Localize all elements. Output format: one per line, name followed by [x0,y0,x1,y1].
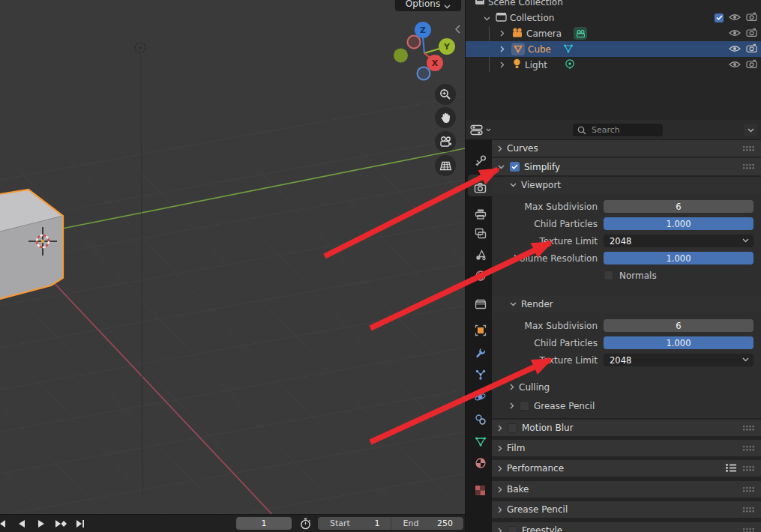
jump-to-start-button[interactable] [0,517,9,531]
presets-icon[interactable] [725,463,737,475]
editor-type-button[interactable] [470,124,491,136]
tab-constraints[interactable] [468,411,493,429]
volume-resolution-slider[interactable]: 1.000 [604,252,754,265]
gizmo-neg-z[interactable] [418,67,430,80]
jump-to-end-button[interactable] [73,517,87,531]
tab-output[interactable] [468,205,493,223]
freestyle-checkbox[interactable] [508,526,517,532]
expand-chevron-icon[interactable] [500,44,505,55]
disable-render-camera-icon[interactable] [746,59,757,70]
hide-eye-icon[interactable] [729,13,741,23]
collection-checkbox[interactable] [715,13,724,22]
tab-physics[interactable] [468,388,493,406]
next-keyframe-button[interactable] [54,517,67,531]
drag-handle-dots[interactable] [742,507,755,513]
panel-grease-pencil[interactable]: Grease Pencil [492,501,761,518]
play-button[interactable] [34,517,48,531]
simplify-checkbox[interactable] [510,162,520,172]
ortho-toggle-button[interactable] [435,155,456,176]
panel-film[interactable]: Film [492,440,761,456]
search-input[interactable] [590,124,653,136]
hide-eye-icon[interactable] [729,44,741,55]
gizmo-x[interactable]: X [427,55,443,71]
chevron-right-icon [498,486,502,493]
texture-limit-dropdown[interactable]: 2048 [604,235,754,247]
grease-pencil-checkbox[interactable] [520,401,529,411]
search-box[interactable] [573,124,663,136]
subpanel-render[interactable]: Render [492,296,761,312]
camera-view-button[interactable] [435,131,456,152]
tab-texture[interactable] [468,481,493,499]
max-subdivision-field[interactable]: 6 [604,319,754,332]
drag-handle-dots[interactable] [742,528,755,532]
outliner-row-light[interactable]: Light [466,57,761,73]
current-frame-field[interactable]: 1 [236,517,292,530]
end-frame-field[interactable]: End 250 [391,517,464,530]
outliner-row-camera[interactable]: Camera [466,25,761,41]
light-data-icon[interactable] [565,58,575,71]
light-object[interactable] [135,43,145,53]
panel-freestyle[interactable]: Freestyle [492,522,761,532]
drag-handle-dots[interactable] [742,145,755,151]
panel-curves[interactable]: Curves [492,140,761,157]
header-menu-button[interactable] [744,124,757,136]
disable-render-camera-icon[interactable] [746,28,757,39]
subpanel-grease-pencil[interactable]: Grease Pencil [492,398,761,418]
outliner-row-collection[interactable]: Collection [466,10,761,25]
pan-button[interactable] [435,107,456,128]
tab-tool[interactable] [468,151,493,169]
subpanel-viewport[interactable]: Viewport [492,177,761,193]
gizmo-y[interactable]: Y [439,38,455,55]
mesh-data-icon[interactable] [563,43,574,55]
timeline-bar[interactable]: 1 Start 1 End 250 [0,514,465,532]
hide-eye-icon[interactable] [729,28,741,39]
tab-object[interactable] [468,321,493,339]
panel-bake[interactable]: Bake [492,481,761,498]
panel-simplify[interactable]: Simplify [492,158,761,175]
3d-viewport[interactable]: Options Z Y X [0,0,465,532]
texture-limit-dropdown[interactable]: 2048 [604,354,754,366]
subpanel-culling[interactable]: Culling [492,379,761,395]
gizmo-neg-x[interactable] [408,36,421,49]
gizmo-z[interactable]: Z [415,22,431,38]
disable-render-camera-icon[interactable] [746,12,757,23]
zoom-button[interactable] [435,84,456,105]
tab-render[interactable] [468,178,493,196]
panel-performance[interactable]: Performance [492,460,761,477]
normals-checkbox[interactable] [604,270,613,280]
max-subdivision-field[interactable]: 6 [604,200,754,213]
drag-handle-dots[interactable] [742,163,755,169]
expand-chevron-icon[interactable] [500,28,505,39]
camera-data-icon[interactable] [574,27,587,40]
drag-handle-dots[interactable] [742,465,755,471]
child-particles-slider[interactable]: 1.000 [604,336,754,349]
expand-chevron-icon[interactable] [484,13,490,23]
tab-object-data[interactable] [468,432,493,450]
tab-collection[interactable] [468,295,493,313]
properties-tab-strip [465,140,492,532]
play-reverse-button[interactable] [15,517,28,531]
cube-object[interactable] [0,190,63,299]
tab-world[interactable] [468,267,493,285]
tab-scene[interactable] [468,246,493,264]
auto-keying-toggle[interactable] [298,517,312,531]
disable-render-camera-icon[interactable] [746,43,757,55]
drag-handle-dots[interactable] [742,425,755,431]
tab-modifiers[interactable] [468,344,493,362]
drag-handle-dots[interactable] [742,486,755,492]
navigation-gizmo[interactable]: Z Y X [393,21,459,87]
motion-blur-checkbox[interactable] [508,423,517,433]
outliner-row-cube[interactable]: Cube [466,41,761,57]
expand-chevron-icon[interactable] [500,60,505,70]
child-particles-slider[interactable]: 1.000 [604,217,754,230]
start-frame-field[interactable]: Start 1 [318,517,391,530]
tab-material[interactable] [468,454,493,472]
options-button[interactable]: Options [395,0,461,11]
gizmo-neg-y[interactable] [394,49,408,63]
outliner-row-scene-collection[interactable]: Scene Collection [466,0,761,10]
drag-handle-dots[interactable] [742,445,755,451]
tab-particles[interactable] [468,366,493,384]
panel-motion-blur[interactable]: Motion Blur [492,420,761,436]
hide-eye-icon[interactable] [729,60,741,70]
tab-view-layer[interactable] [468,224,493,242]
